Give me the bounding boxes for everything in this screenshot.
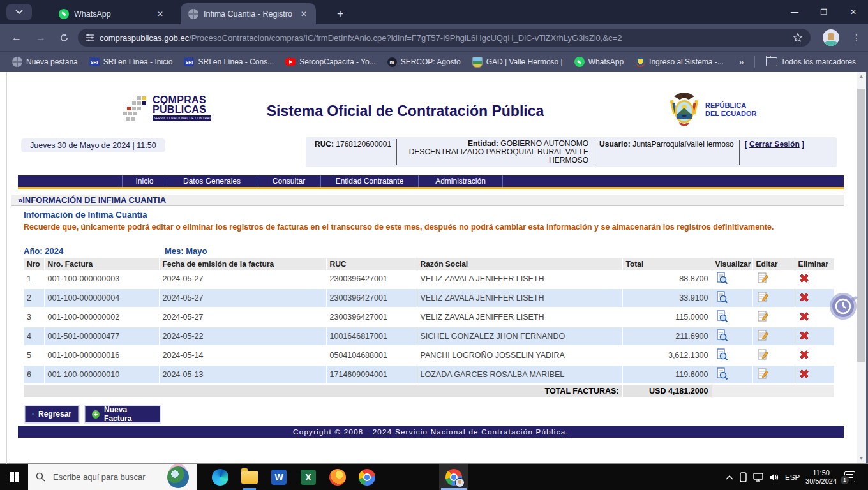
- minimize-button[interactable]: —: [780, 0, 809, 24]
- edit-icon[interactable]: [756, 278, 769, 286]
- view-icon[interactable]: [715, 373, 728, 382]
- site-settings-icon[interactable]: [86, 33, 94, 42]
- search-input[interactable]: [52, 471, 150, 482]
- bookmark-sercop-agosto[interactable]: m SERCOP: Agosto: [382, 56, 467, 69]
- nav-item-datos-generales[interactable]: Datos Generales: [167, 175, 257, 187]
- language-indicator[interactable]: ESP: [785, 473, 800, 481]
- firefox-icon: [329, 469, 346, 486]
- taskbar-firefox[interactable]: [323, 464, 352, 490]
- delete-icon[interactable]: [798, 277, 810, 286]
- entity-segment: Entidad: GOBIERNO AUTONOMO DESCENTRALIZA…: [397, 139, 594, 165]
- cell-ruc: 1714609094001: [326, 365, 417, 384]
- all-bookmarks-button[interactable]: Todos los marcadores: [760, 56, 862, 68]
- nav-spacer: [18, 175, 122, 187]
- weather-widget-icon[interactable]: [167, 466, 189, 488]
- nav-item-inicio[interactable]: Inicio: [122, 175, 167, 187]
- bookmark-sercopcapacita[interactable]: SercopCapacita - Yo...: [280, 56, 381, 68]
- edit-icon[interactable]: [756, 335, 769, 344]
- url-text: compraspublicas.gob.ec/ProcesoContrataci…: [100, 33, 788, 43]
- browser-menu-icon[interactable]: ⋮: [851, 29, 862, 46]
- col-header-eliminar: Eliminar: [795, 258, 834, 270]
- tab-close-icon[interactable]: ✕: [156, 10, 165, 19]
- floating-clock-widget[interactable]: [829, 291, 858, 320]
- view-icon[interactable]: [715, 335, 728, 344]
- tab-close-icon[interactable]: ✕: [299, 10, 308, 19]
- edit-icon[interactable]: [756, 316, 769, 325]
- show-desktop-divider[interactable]: [864, 470, 864, 485]
- delete-icon[interactable]: [798, 296, 810, 305]
- bookmark-sri-consultas[interactable]: SRI SRI en Línea - Cons...: [178, 56, 280, 68]
- volume-icon[interactable]: [769, 473, 779, 482]
- sri-icon: SRI: [89, 57, 100, 66]
- view-icon[interactable]: [715, 297, 728, 306]
- bookmark-gad-valle-hermoso[interactable]: GAD | Valle Hermoso |: [467, 55, 569, 69]
- globe-icon: [12, 57, 22, 67]
- view-icon[interactable]: [715, 354, 728, 363]
- new-tab-button[interactable]: +: [332, 6, 348, 22]
- scroll-down-icon[interactable]: ▼: [857, 454, 866, 463]
- col-header-ruc: RUC: [326, 258, 417, 270]
- nav-item-consultar[interactable]: Consultar: [257, 175, 320, 187]
- url-bar[interactable]: compraspublicas.gob.ec/ProcesoContrataci…: [78, 29, 811, 47]
- cell-razon: PANCHI LOGROÑO JOSSELIN YADIRA: [417, 346, 622, 365]
- bookmark-ingreso-sistema[interactable]: Ingreso al Sistema -...: [629, 55, 730, 69]
- taskbar-search[interactable]: [28, 464, 197, 490]
- cell-total: 119.6000: [622, 365, 712, 384]
- delete-icon[interactable]: [798, 373, 810, 382]
- view-icon[interactable]: [715, 316, 728, 325]
- taskbar-edge[interactable]: [206, 464, 235, 490]
- cell-factura: 001-100-000000003: [44, 270, 159, 288]
- forward-icon[interactable]: →: [33, 30, 49, 45]
- cell-total: 3,612.1300: [622, 346, 712, 365]
- view-icon[interactable]: [715, 278, 728, 286]
- user-label: Usuario:: [599, 140, 631, 149]
- scroll-up-icon[interactable]: ▲: [857, 72, 866, 81]
- delete-icon[interactable]: [798, 353, 810, 362]
- user-value: JuntaParroquialValleHermoso: [632, 140, 734, 149]
- close-button[interactable]: ✕: [839, 0, 868, 24]
- logout-link[interactable]: Cerrar Sesión: [749, 140, 800, 149]
- reload-icon[interactable]: [56, 30, 71, 45]
- tab-infima-cuantia[interactable]: Infima Cuantía - Registro ✕: [181, 3, 316, 24]
- nav-item-administracion[interactable]: Administración: [418, 175, 503, 187]
- bookmark-whatsapp[interactable]: WhatsApp: [569, 55, 629, 69]
- browser-tab-strip: WhatsApp ✕ Infima Cuantía - Registro ✕ +…: [0, 0, 868, 24]
- nav-item-entidad-contratante[interactable]: Entidad Contratante: [320, 175, 418, 187]
- tab-whatsapp[interactable]: WhatsApp ✕: [51, 3, 172, 24]
- edit-icon[interactable]: [756, 373, 769, 382]
- start-button[interactable]: [0, 464, 28, 490]
- delete-icon[interactable]: [798, 315, 810, 324]
- edit-icon[interactable]: [756, 297, 769, 306]
- regresar-button[interactable]: Regresar: [25, 406, 79, 422]
- cell-razon: VELIZ ZAVALA JENIFFER LISETH: [417, 288, 622, 308]
- taskbar-explorer[interactable]: [235, 464, 264, 490]
- network-icon[interactable]: [753, 473, 763, 482]
- notification-center-icon[interactable]: 1: [842, 471, 855, 483]
- cell-nro: 6: [24, 365, 44, 384]
- taskbar-chrome-active[interactable]: [439, 464, 468, 490]
- page-scrollbar[interactable]: ▲ ▼: [857, 72, 866, 463]
- taskbar-clock[interactable]: 11:50 30/5/2024: [805, 469, 837, 486]
- nueva-factura-button[interactable]: + Nueva Factura: [85, 406, 160, 422]
- word-icon: W: [271, 470, 287, 485]
- profile-avatar[interactable]: [823, 29, 839, 46]
- tray-expand-icon[interactable]: [726, 475, 733, 480]
- back-icon[interactable]: ←: [9, 30, 24, 45]
- tab-search-button[interactable]: [6, 4, 32, 20]
- taskbar-chrome[interactable]: [352, 464, 382, 490]
- taskbar-word[interactable]: W: [264, 464, 294, 490]
- bookmarks-overflow-button[interactable]: »: [734, 57, 749, 67]
- scrollbar-thumb[interactable]: [857, 89, 865, 362]
- bookmark-sri-inicio[interactable]: SRI SRI en Línea - Inicio: [84, 56, 179, 68]
- notification-badge: 1: [840, 475, 849, 485]
- phone-link-icon[interactable]: [739, 472, 747, 482]
- bookmark-label: GAD | Valle Hermoso |: [486, 57, 563, 66]
- edit-icon[interactable]: [756, 354, 769, 363]
- bookmark-nueva-pestana[interactable]: Nueva pestaña: [6, 55, 84, 69]
- bookmark-star-icon[interactable]: [793, 33, 803, 43]
- search-icon: [36, 472, 45, 482]
- taskbar-excel[interactable]: X: [294, 464, 323, 490]
- restore-button[interactable]: ❐: [809, 0, 839, 24]
- delete-icon[interactable]: [798, 334, 810, 343]
- avatar-pet: [828, 33, 834, 40]
